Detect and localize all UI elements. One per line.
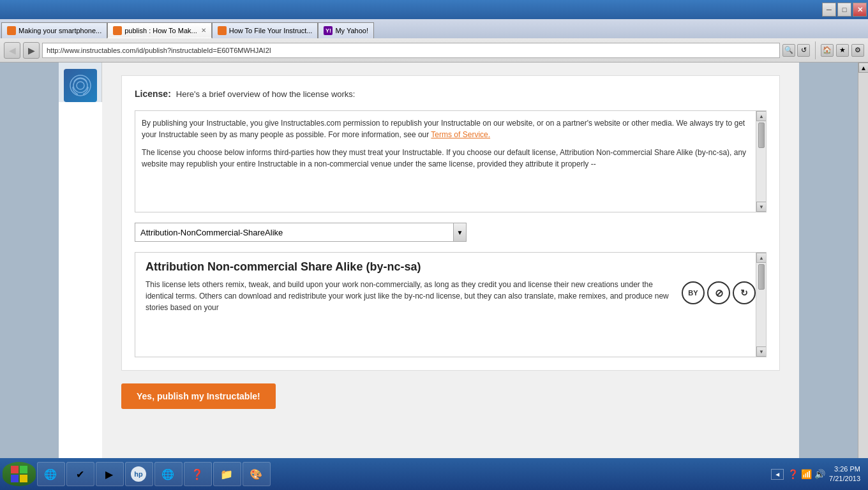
check-icon: ✔ <box>72 466 87 482</box>
tray-icons: ❓ 📶 🔊 <box>788 469 825 479</box>
terms-link[interactable]: Terms of Service. <box>431 130 490 139</box>
license-text: By publishing your Instructable, you giv… <box>142 117 760 170</box>
taskbar-files[interactable]: 📁 <box>213 462 241 486</box>
tab-label-1: Making your smartphone... <box>19 27 101 34</box>
clock-date: 7/21/2013 <box>829 474 860 484</box>
dropdown-arrow: ▼ <box>453 223 466 241</box>
license-scroll-down[interactable]: ▼ <box>756 346 767 357</box>
main-content: License: Here's a brief overview of how … <box>102 63 799 458</box>
tab-favicon-4: Y! <box>324 26 333 35</box>
license-scroll-thumb[interactable] <box>758 264 765 290</box>
system-clock: 3:26 PM 7/21/2013 <box>829 464 860 484</box>
system-tray: ◄ ❓ 📶 🔊 3:26 PM 7/21/2013 <box>766 458 865 490</box>
tray-signal-icon: 📶 <box>801 469 812 479</box>
close-button[interactable]: ✕ <box>853 3 867 17</box>
scroll-bar-1[interactable]: ▲ ▼ <box>756 111 766 212</box>
minimize-button[interactable]: ─ <box>822 3 836 17</box>
browser-icon: 🌐 <box>160 466 176 482</box>
scroll-up-arrow[interactable]: ▲ <box>858 63 868 73</box>
taskbar: 🌐 ✔ ▶ hp 🌐 ❓ 📁 🎨 ◄ ❓ 📶 🔊 3:26 PM 7/21/20… <box>0 458 868 490</box>
publish-button[interactable]: Yes, publish my Instructable! <box>121 383 276 409</box>
license-box-title: Attribution Non-commercial Share Alike (… <box>135 253 766 279</box>
svg-rect-3 <box>11 466 19 473</box>
license-header: License: Here's a brief overview of how … <box>135 89 767 100</box>
clock-time: 3:26 PM <box>829 464 860 474</box>
taskbar-paint[interactable]: 🎨 <box>243 462 271 486</box>
license-scroll-up[interactable]: ▲ <box>756 253 767 263</box>
start-button[interactable] <box>3 462 36 486</box>
tab-bar: Making your smartphone... publish : How … <box>0 19 868 38</box>
search-icon[interactable]: 🔍 <box>782 44 795 57</box>
cc-by-icon: BY <box>682 281 705 304</box>
tab-favicon-3 <box>218 26 227 35</box>
cc-nc-icon: ⊘ <box>707 281 730 304</box>
title-bar: ─ □ ✕ <box>0 0 868 19</box>
cc-sa-icon: ↻ <box>733 281 756 304</box>
svg-point-1 <box>73 78 87 93</box>
page-container: License: Here's a brief overview of how … <box>59 63 799 458</box>
svg-rect-6 <box>20 475 27 482</box>
tab-label-4: My Yahoo! <box>335 27 368 34</box>
address-input[interactable]: http://www.instructables.com/id/publish?… <box>42 43 780 58</box>
tab-yahoo[interactable]: Y! My Yahoo! <box>318 22 374 38</box>
license-box-scrollbar[interactable]: ▲ ▼ <box>756 253 766 357</box>
favorites-button[interactable]: ★ <box>836 44 849 57</box>
scroll-down-btn-1[interactable]: ▼ <box>756 202 767 212</box>
ie-icon: 🌐 <box>43 466 58 482</box>
help-icon: ❓ <box>190 466 205 482</box>
tab-publish[interactable]: publish : How To Mak... ✕ <box>107 22 212 38</box>
svg-rect-4 <box>20 466 27 473</box>
tab-how-to-file[interactable]: How To File Your Instruct... <box>212 22 318 38</box>
license-section: License: Here's a brief overview of how … <box>121 75 780 371</box>
refresh-icon[interactable]: ↺ <box>797 44 810 57</box>
tray-volume-icon: 🔊 <box>814 469 825 479</box>
back-button[interactable]: ◀ <box>4 42 20 59</box>
tab-close-2[interactable]: ✕ <box>201 27 206 34</box>
taskbar-check[interactable]: ✔ <box>66 462 94 486</box>
home-button[interactable]: 🏠 <box>821 44 834 57</box>
taskbar-hp[interactable]: hp <box>125 462 153 486</box>
license-paragraph1: By publishing your Instructable, you giv… <box>142 117 747 140</box>
license-box-text: This license lets others remix, tweak, a… <box>146 279 671 313</box>
page-scrollbar[interactable]: ▲ <box>858 63 868 490</box>
license-intro: Here's a brief overview of how the licen… <box>176 89 355 100</box>
window-controls: ─ □ ✕ <box>822 3 867 17</box>
paint-icon: 🎨 <box>248 466 264 482</box>
taskbar-browser[interactable]: 🌐 <box>154 462 183 486</box>
svg-point-2 <box>77 82 84 89</box>
license-label: License: <box>135 89 171 99</box>
taskbar-ie[interactable]: 🌐 <box>37 462 65 486</box>
tab-making-smartphone[interactable]: Making your smartphone... <box>1 22 107 38</box>
license-scroll-area[interactable]: By publishing your Instructable, you giv… <box>135 110 767 212</box>
tab-favicon-1 <box>7 26 16 35</box>
tray-expand-arrow[interactable]: ◄ <box>771 469 784 480</box>
tab-favicon-2 <box>113 26 122 35</box>
tray-help-icon: ❓ <box>788 469 798 479</box>
settings-button[interactable]: ⚙ <box>851 44 864 57</box>
scroll-up-btn-1[interactable]: ▲ <box>756 111 767 121</box>
cc-icons-group: BY ⊘ ↻ <box>682 281 756 313</box>
address-url: http://www.instructables.com/id/publish?… <box>47 47 271 54</box>
license-info-box: Attribution Non-commercial Share Alike (… <box>135 252 767 357</box>
license-box-content: This license lets others remix, tweak, a… <box>135 279 766 313</box>
forward-button[interactable]: ▶ <box>23 42 40 59</box>
svg-rect-5 <box>11 475 19 482</box>
files-icon: 📁 <box>219 466 234 482</box>
maximize-button[interactable]: □ <box>837 3 851 17</box>
address-bar: ◀ ▶ http://www.instructables.com/id/publ… <box>0 38 868 63</box>
tab-label-2: publish : How To Mak... <box>124 27 197 34</box>
scroll-thumb-1[interactable] <box>758 122 765 148</box>
tab-label-3: How To File Your Instruct... <box>229 27 313 34</box>
license-dropdown-value: Attribution-NonCommercial-ShareAlike <box>140 228 283 237</box>
content-area: License: Here's a brief overview of how … <box>0 63 858 458</box>
taskbar-help[interactable]: ❓ <box>184 462 212 486</box>
left-panel <box>59 63 102 102</box>
hp-icon: hp <box>131 466 146 482</box>
media-icon: ▶ <box>101 466 117 482</box>
license-paragraph2: The license you choose below informs thi… <box>142 147 747 170</box>
fingerprint-icon <box>64 69 97 102</box>
taskbar-media[interactable]: ▶ <box>96 462 124 486</box>
address-icons: 🔍 ↺ <box>782 44 810 57</box>
license-dropdown[interactable]: Attribution-NonCommercial-ShareAlike ▼ <box>135 223 467 242</box>
